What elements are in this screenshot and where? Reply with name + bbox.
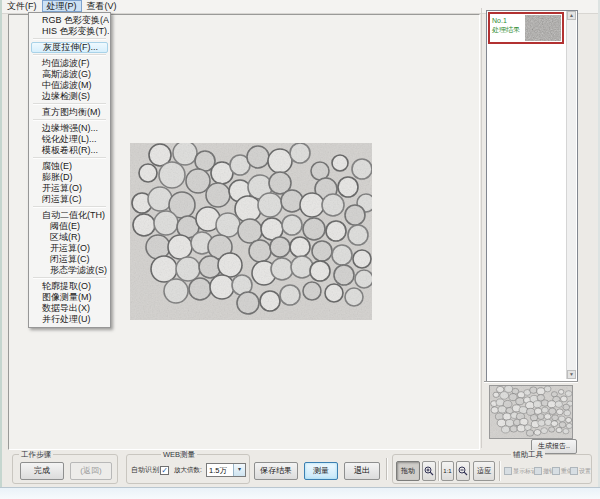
menu-item-3[interactable]: 灰度拉伸(F)...	[31, 42, 108, 53]
menu-separator	[33, 206, 106, 208]
menu-item-31[interactable]: 并行处理(U)	[30, 314, 109, 325]
preview-separator	[484, 381, 578, 383]
menu-item-17[interactable]: 膨胀(D)	[30, 172, 109, 183]
menu-item-26[interactable]: 形态学滤波(S)	[30, 265, 109, 276]
menu-item-24[interactable]: 开运算(O)	[30, 243, 109, 254]
menu-item-16[interactable]: 腐蚀(E)	[30, 161, 109, 172]
menubar-item-1[interactable]: 处理(P)	[42, 0, 82, 12]
one-to-one-button[interactable]: 1:1	[441, 461, 454, 481]
menu-item-12[interactable]: 边缘增强(N)...	[30, 123, 109, 134]
menu-separator	[33, 277, 106, 279]
back-button[interactable]: (返回)	[70, 462, 112, 480]
menu-separator	[33, 157, 106, 159]
exit-button[interactable]: 退出	[344, 462, 380, 480]
magnification-combobox[interactable]: 1.5万 ▾	[206, 463, 246, 477]
tem-microspheres-image	[130, 143, 372, 320]
tools-group-caption: 辅助工具	[511, 450, 545, 459]
results-scrollbar[interactable]: ▲ ▼	[566, 11, 576, 379]
disabled-tool-0: 显示标记	[504, 466, 537, 476]
disabled-tool-label: 设置	[579, 468, 591, 474]
tools-sep-1	[438, 461, 440, 481]
source-image-thumbnail[interactable]	[489, 385, 573, 439]
results-list[interactable]	[486, 10, 578, 382]
combo-arrow-icon[interactable]: ▾	[233, 464, 245, 476]
menu-item-22[interactable]: 阈值(E)	[30, 221, 109, 232]
menu-item-18[interactable]: 开运算(O)	[30, 183, 109, 194]
fit-view-button[interactable]: 适应	[473, 461, 495, 481]
menu-separator	[33, 103, 106, 105]
zoom-out-icon[interactable]	[456, 461, 470, 481]
zoom-in-icon[interactable]	[422, 461, 436, 481]
done-button[interactable]: 完成	[20, 462, 64, 480]
save-results-button[interactable]: 保存结果	[254, 462, 298, 480]
scroll-up-icon[interactable]: ▲	[567, 11, 576, 20]
menubar-item-2[interactable]: 查看(V)	[82, 0, 122, 12]
menu-separator	[33, 119, 106, 121]
menu-item-28[interactable]: 轮廓提取(O)	[30, 281, 109, 292]
tools-sep-2	[499, 461, 501, 481]
menu-item-1[interactable]: HIS 色彩变换(T)...	[30, 26, 109, 37]
tool-icon	[570, 467, 578, 475]
menu-item-6[interactable]: 高斯滤波(G)	[30, 69, 109, 80]
menu-item-10[interactable]: 直方图均衡(M)	[30, 107, 109, 118]
calibration-group-caption: WEB测量	[161, 450, 197, 459]
menu-separator	[33, 54, 106, 56]
workflow-group-caption: 工作步骤	[19, 450, 53, 459]
menu-item-25[interactable]: 闭运算(C)	[30, 254, 109, 265]
result-item-name: 处理结果	[492, 25, 526, 34]
menu-item-14[interactable]: 模板卷积(R)...	[30, 145, 109, 156]
auto-detect-label: 自动识别	[131, 465, 159, 475]
auto-detect-checkbox[interactable]: ✓	[160, 466, 169, 475]
menu-item-19[interactable]: 闭运算(C)	[30, 194, 109, 205]
window-bottom-frame	[0, 487, 600, 499]
menu-item-30[interactable]: 数据导出(X)	[30, 303, 109, 314]
menu-item-23[interactable]: 区域(R)	[30, 232, 109, 243]
result-item-number: No.1	[492, 16, 526, 25]
magnification-value: 1.5万	[209, 465, 227, 476]
menu-item-7[interactable]: 中值滤波(M)	[30, 80, 109, 91]
panel-divider	[481, 8, 482, 448]
menu-item-21[interactable]: 自动二值化(TH)	[30, 210, 109, 221]
menu-item-8[interactable]: 边缘检测(S)	[30, 91, 109, 102]
menubar-item-0[interactable]: 文件(F)	[2, 0, 42, 12]
drag-tool-button[interactable]: 拖动	[396, 461, 420, 481]
magnification-label: 放大倍数:	[174, 465, 202, 475]
tool-icon	[504, 467, 512, 475]
menu-item-13[interactable]: 锐化处理(L)...	[30, 134, 109, 145]
tool-icon	[534, 467, 542, 475]
scroll-down-icon[interactable]: ▼	[567, 370, 576, 379]
bottom-divider	[386, 458, 388, 480]
process-menu-dropdown: RGB 色彩变换(A)...HIS 色彩变换(T)...灰度拉伸(F)...均值…	[28, 12, 111, 328]
menu-item-0[interactable]: RGB 色彩变换(A)...	[30, 15, 109, 26]
menu-separator	[33, 38, 106, 40]
measure-button[interactable]: 测量	[304, 462, 338, 480]
menu-item-29[interactable]: 图像测量(M)	[30, 292, 109, 303]
menu-item-5[interactable]: 均值滤波(F)	[30, 58, 109, 69]
results-list-selected-item[interactable]: No.1 处理结果	[488, 12, 564, 44]
disabled-tool-3: 设置	[570, 466, 591, 476]
window-frame-left	[0, 0, 2, 499]
tool-icon	[552, 467, 560, 475]
result-item-thumbnail	[525, 15, 561, 41]
